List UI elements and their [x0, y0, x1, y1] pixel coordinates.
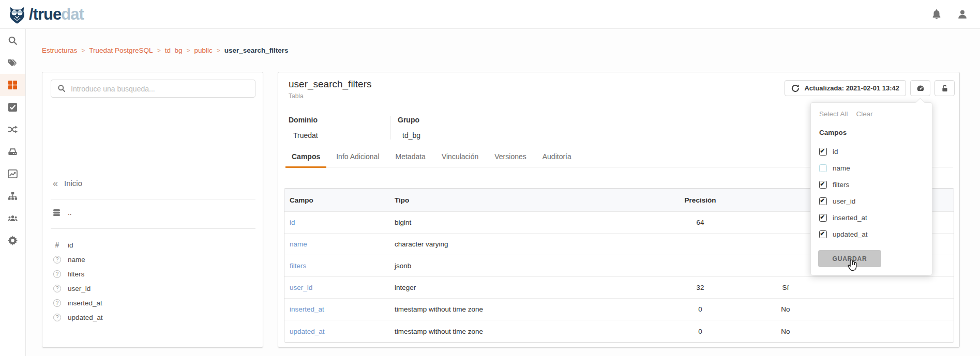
cell-precision: 64	[646, 219, 755, 226]
field-link[interactable]: name	[284, 240, 387, 248]
tree-field-inserted-at[interactable]: inserted_at	[53, 296, 253, 310]
field-link[interactable]: filters	[284, 262, 387, 270]
refresh-icon	[791, 84, 800, 92]
option-name[interactable]: name	[819, 160, 923, 176]
tree-field-id[interactable]: # id	[53, 238, 253, 252]
unlock-button[interactable]	[934, 80, 955, 96]
clear-link[interactable]: Clear	[856, 110, 873, 118]
col-header-campo: Campo	[284, 196, 387, 204]
tree-field-filters[interactable]: filters	[53, 267, 253, 281]
cell-tipo: timestamp without time zone	[387, 328, 646, 335]
save-button[interactable]: GUARDAR	[818, 250, 881, 267]
select-all-link[interactable]: Select All	[819, 110, 848, 118]
checkbox-checked[interactable]	[819, 197, 827, 205]
checkbox-checked[interactable]	[819, 230, 827, 238]
field-link[interactable]: inserted_at	[284, 305, 387, 313]
field-link[interactable]: updated_at	[284, 328, 387, 335]
breadcrumb-link-system[interactable]: Truedat PostgreSQL	[89, 47, 153, 54]
option-user-id[interactable]: user_id	[819, 193, 923, 209]
profiling-gauge-button[interactable]	[910, 80, 930, 96]
breadcrumb-separator: >	[217, 47, 220, 54]
checkbox-unchecked[interactable]	[819, 164, 827, 172]
tab-campos[interactable]: Campos	[285, 152, 326, 168]
tree-field-updated-at[interactable]: updated_at	[53, 310, 253, 324]
question-icon	[53, 299, 61, 307]
tree-parent-link[interactable]: ..	[53, 209, 72, 216]
option-label: id	[833, 148, 838, 156]
sidebar-item-tags[interactable]	[0, 52, 25, 74]
shuffle-icon	[8, 125, 18, 134]
truedat-logo[interactable]: /truedat	[7, 5, 84, 24]
refresh-updated-button[interactable]: Actualizada: 2021-02-01 13:42	[785, 80, 906, 96]
cell-tipo: timestamp without time zone	[387, 305, 646, 313]
cell-col4: No	[755, 305, 817, 313]
field-link[interactable]: user_id	[284, 284, 387, 291]
table-row: inserted_at timestamp without time zone …	[284, 299, 954, 320]
option-updated-at[interactable]: updated_at	[819, 226, 923, 242]
page-title: user_search_filters	[289, 79, 372, 90]
tab-auditoria[interactable]: Auditoría	[536, 152, 578, 167]
hash-icon: #	[53, 241, 62, 249]
sidebar-item-dashboards[interactable]	[0, 163, 25, 185]
question-icon	[53, 256, 61, 264]
breadcrumb-link-schema[interactable]: public	[194, 47, 212, 54]
user-icon[interactable]	[957, 9, 968, 20]
tree-search-input[interactable]	[51, 80, 255, 98]
option-label: filters	[833, 181, 849, 189]
breadcrumb-link-database[interactable]: td_bg	[165, 47, 183, 54]
checkbox-checked[interactable]	[819, 181, 827, 189]
question-icon	[53, 314, 61, 321]
sitemap-icon	[8, 191, 18, 201]
table-row: user_id integer 32 Sí	[284, 277, 954, 299]
domain-label: Dominio	[289, 116, 390, 124]
col-header-tipo: Tipo	[387, 196, 646, 204]
tab-info-adicional[interactable]: Info Adicional	[330, 152, 385, 167]
logo-text: /truedat	[29, 5, 84, 24]
breadcrumb-separator: >	[81, 47, 85, 54]
sidebar-item-structures[interactable]	[0, 74, 25, 96]
field-label: id	[68, 241, 73, 249]
search-input-icon	[57, 84, 66, 92]
field-label: updated_at	[68, 314, 103, 321]
users-icon	[8, 213, 18, 223]
sidebar-item-groups[interactable]	[0, 207, 25, 229]
column-filter-dropdown: Select All Clear Campos id name filters …	[810, 102, 932, 275]
cell-col4: Sí	[755, 284, 817, 291]
tab-versiones[interactable]: Versiones	[488, 152, 532, 167]
sidebar-item-lineage[interactable]	[0, 118, 25, 141]
tree-field-name[interactable]: name	[53, 252, 253, 267]
sidebar-item-search[interactable]	[0, 29, 25, 52]
chart-icon	[8, 169, 18, 179]
field-label: name	[68, 256, 85, 264]
option-filters[interactable]: filters	[819, 176, 923, 193]
checkbox-checked[interactable]	[819, 148, 827, 156]
breadcrumb-separator: >	[186, 47, 190, 54]
checkbox-checked[interactable]	[819, 214, 827, 222]
cell-tipo: integer	[387, 284, 646, 291]
field-link[interactable]: id	[284, 219, 387, 226]
bell-icon[interactable]	[931, 9, 942, 20]
meta-section: Dominio Truedat Grupo td_bg	[289, 116, 546, 140]
tab-vinculacion[interactable]: Vinculación	[435, 152, 485, 167]
sidebar-item-settings[interactable]	[0, 229, 25, 252]
sidebar-item-domains[interactable]	[0, 185, 25, 207]
cell-tipo: jsonb	[387, 262, 646, 270]
sidebar-item-quality[interactable]	[0, 96, 25, 118]
option-inserted-at[interactable]: inserted_at	[819, 209, 923, 226]
breadcrumb-separator: >	[157, 47, 161, 54]
collapse-icon: «	[53, 180, 58, 187]
home-label: Inicio	[64, 179, 82, 188]
option-label: user_id	[833, 197, 855, 205]
updated-timestamp: Actualizada: 2021-02-01 13:42	[804, 84, 899, 92]
tree-home-link[interactable]: « Inicio	[53, 179, 82, 188]
option-label: inserted_at	[833, 214, 867, 222]
breadcrumb-link-estructuras[interactable]: Estructuras	[42, 47, 77, 54]
tree-field-user-id[interactable]: user_id	[53, 281, 253, 296]
sidebar-item-sources[interactable]	[0, 141, 25, 163]
domain-value: Truedat	[289, 131, 390, 140]
tab-metadata[interactable]: Metadata	[389, 152, 432, 167]
field-list: # id name filters user_id inserted_at up…	[53, 238, 253, 324]
cell-precision: 32	[646, 284, 755, 291]
option-id[interactable]: id	[819, 143, 923, 160]
cell-col4: No	[755, 328, 817, 335]
